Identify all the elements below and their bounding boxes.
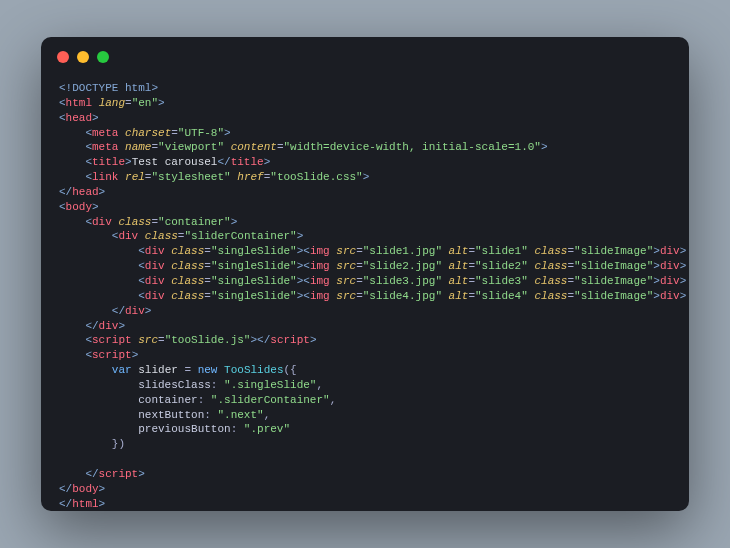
tok: >	[132, 349, 139, 361]
tok: name	[125, 141, 151, 153]
tok	[59, 141, 85, 153]
tok: href	[237, 171, 263, 183]
window-titlebar	[55, 51, 675, 81]
tok: meta	[92, 141, 118, 153]
tok: >	[99, 186, 106, 198]
tok: charset	[125, 127, 171, 139]
tok: var	[112, 364, 132, 376]
tok	[59, 423, 138, 435]
tok: div	[92, 216, 112, 228]
tok	[59, 409, 138, 421]
tok: >	[118, 320, 125, 332]
tok: "sliderContainer"	[184, 230, 296, 242]
tok: "container"	[158, 216, 231, 228]
tok: =	[158, 334, 165, 346]
tok: >	[224, 127, 231, 139]
tok: >	[297, 230, 304, 242]
tok: ".sliderContainer"	[211, 394, 330, 406]
tok: =	[125, 97, 132, 109]
tok: "tooSlide.css"	[270, 171, 362, 183]
tok: body	[66, 201, 92, 213]
close-icon[interactable]	[57, 51, 69, 63]
tok	[59, 334, 85, 346]
tok: >	[138, 468, 145, 480]
tok: :	[211, 379, 224, 391]
tok: >	[158, 97, 165, 109]
code-line: <!DOCTYPE html>	[59, 82, 158, 94]
tok: >	[310, 334, 317, 346]
tok: ".next"	[217, 409, 263, 421]
tok: ".singleSlide"	[224, 379, 316, 391]
tok: link	[92, 171, 118, 183]
tok	[59, 171, 85, 183]
tok: content	[231, 141, 277, 153]
tok	[59, 127, 85, 139]
tok	[59, 320, 85, 332]
tok: </	[59, 483, 72, 495]
tok: </	[112, 305, 125, 317]
maximize-icon[interactable]	[97, 51, 109, 63]
tok: <	[59, 97, 66, 109]
tok	[59, 216, 85, 228]
tok: new	[198, 364, 218, 376]
tok: ({	[284, 364, 297, 376]
tok: >	[125, 156, 132, 168]
tok: >	[264, 156, 271, 168]
tok	[59, 156, 85, 168]
tok: >	[145, 305, 152, 317]
tok: "en"	[132, 97, 158, 109]
tok: html	[66, 97, 92, 109]
tok: script	[92, 349, 132, 361]
tok: ,	[330, 394, 337, 406]
tok: class	[145, 230, 178, 242]
tok: div	[125, 305, 145, 317]
tok	[59, 438, 112, 450]
tok: body	[72, 483, 98, 495]
tok: title	[92, 156, 125, 168]
tok: script	[92, 334, 132, 346]
tok: >	[363, 171, 370, 183]
tok: div	[118, 230, 138, 242]
tok: </	[59, 186, 72, 198]
tok	[224, 141, 231, 153]
tok: slidesClass	[138, 379, 211, 391]
tok: =	[178, 364, 198, 376]
tok: })	[112, 438, 125, 450]
tok: <	[59, 112, 66, 124]
tok: html	[72, 498, 98, 510]
tok: "stylesheet"	[151, 171, 230, 183]
tok: div	[99, 320, 119, 332]
tok: <	[59, 201, 66, 213]
tok: "viewport"	[158, 141, 224, 153]
tok	[59, 230, 112, 242]
tok: >	[231, 216, 238, 228]
tok: "width=device-width, initial-scale=1.0"	[284, 141, 541, 153]
tok: previousButton	[138, 423, 230, 435]
tok: meta	[92, 127, 118, 139]
tok: title	[231, 156, 264, 168]
tok: script	[99, 468, 139, 480]
tok: rel	[125, 171, 145, 183]
code-block: <!DOCTYPE html> <html lang="en"> <head> …	[55, 81, 675, 511]
tok: nextButton	[138, 409, 204, 421]
tok: ,	[316, 379, 323, 391]
tok: script	[270, 334, 310, 346]
tok: </	[85, 320, 98, 332]
minimize-icon[interactable]	[77, 51, 89, 63]
tok: </	[257, 334, 270, 346]
tok	[59, 305, 112, 317]
tok: =	[277, 141, 284, 153]
tok: class	[118, 216, 151, 228]
tok: ,	[264, 409, 271, 421]
tok: =	[171, 127, 178, 139]
tok: head	[66, 112, 92, 124]
tok: container	[138, 394, 197, 406]
tok: </	[217, 156, 230, 168]
tok: slider	[138, 364, 178, 376]
tok: >	[92, 201, 99, 213]
code-window: <!DOCTYPE html> <html lang="en"> <head> …	[41, 37, 689, 511]
tok: ".prev"	[244, 423, 290, 435]
tok: >	[99, 483, 106, 495]
tok	[59, 394, 138, 406]
tok: :	[204, 409, 217, 421]
